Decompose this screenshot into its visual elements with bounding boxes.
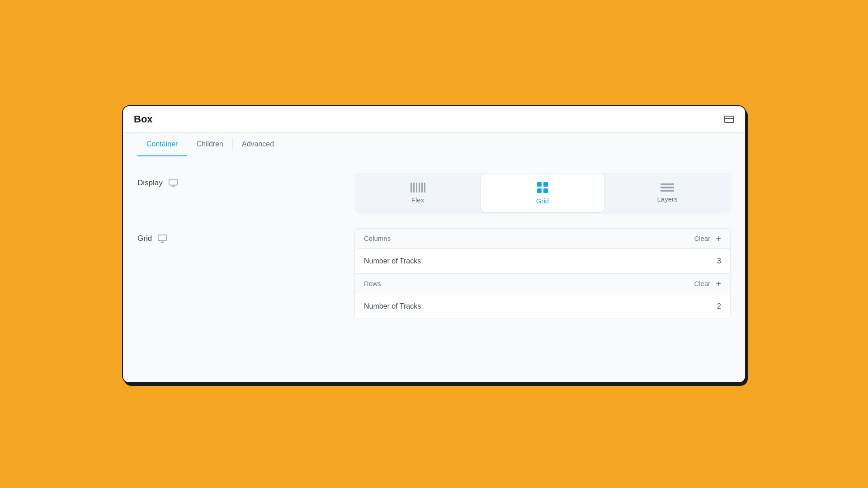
title-bar: Box: [123, 106, 745, 133]
display-label: Display: [137, 178, 163, 188]
window-title: Box: [134, 113, 153, 125]
svg-rect-4: [543, 188, 548, 193]
columns-tracks-value: 3: [717, 257, 721, 265]
tab-children[interactable]: Children: [187, 133, 232, 156]
display-option-flex[interactable]: Flex: [356, 174, 479, 212]
svg-rect-5: [158, 235, 166, 240]
rows-group: Rows Clear + Number of Tracks: 2: [355, 274, 730, 319]
columns-tracks-label: Number of Tracks:: [364, 257, 423, 265]
display-label-area: Display: [137, 173, 354, 188]
layers-icon: [660, 183, 674, 192]
grid-icon: [537, 182, 548, 193]
rows-body: Number of Tracks: 2: [355, 294, 730, 319]
window-control-icon[interactable]: [724, 116, 734, 123]
rows-tracks-value: 2: [717, 302, 721, 310]
grid-label: Grid: [536, 197, 549, 205]
layers-label: Layers: [657, 195, 677, 203]
tab-advanced[interactable]: Advanced: [233, 133, 283, 156]
rows-title: Rows: [364, 280, 381, 287]
display-option-grid[interactable]: Grid: [481, 174, 604, 212]
columns-group: Columns Clear + Number of Tracks: 3: [355, 229, 730, 274]
rows-tracks-row: Number of Tracks: 2: [364, 302, 721, 310]
display-monitor-icon: [168, 178, 178, 188]
columns-actions: Clear +: [694, 234, 721, 243]
svg-rect-0: [169, 179, 177, 185]
rows-add-button[interactable]: +: [716, 279, 721, 288]
rows-header: Rows Clear +: [355, 274, 730, 294]
columns-add-button[interactable]: +: [716, 234, 721, 243]
svg-rect-1: [537, 182, 542, 187]
grid-settings-panel: Columns Clear + Number of Tracks: 3: [354, 228, 731, 319]
svg-rect-2: [543, 182, 548, 187]
columns-body: Number of Tracks: 3: [355, 249, 730, 273]
display-row: Display: [137, 173, 731, 214]
flex-icon: [410, 183, 425, 192]
tab-bar: Container Children Advanced: [123, 133, 745, 156]
rows-actions: Clear +: [694, 279, 721, 288]
grid-label: Grid: [137, 234, 152, 243]
rows-clear-button[interactable]: Clear: [694, 280, 710, 287]
display-options-group: Flex Grid: [354, 173, 731, 214]
columns-header: Columns Clear +: [355, 229, 730, 249]
tab-container[interactable]: Container: [137, 133, 187, 156]
svg-rect-3: [537, 188, 542, 193]
grid-monitor-icon: [157, 234, 167, 244]
grid-label-area: Grid: [137, 228, 354, 244]
columns-tracks-row: Number of Tracks: 3: [364, 257, 721, 265]
columns-clear-button[interactable]: Clear: [694, 235, 710, 242]
main-window: Box Container Children Advanced Display: [122, 105, 746, 383]
columns-title: Columns: [364, 235, 391, 242]
display-option-layers[interactable]: Layers: [606, 174, 729, 212]
main-content: Display: [123, 156, 745, 382]
rows-tracks-label: Number of Tracks:: [364, 302, 423, 310]
flex-label: Flex: [411, 196, 424, 204]
grid-row: Grid Columns Clear +: [137, 228, 731, 319]
